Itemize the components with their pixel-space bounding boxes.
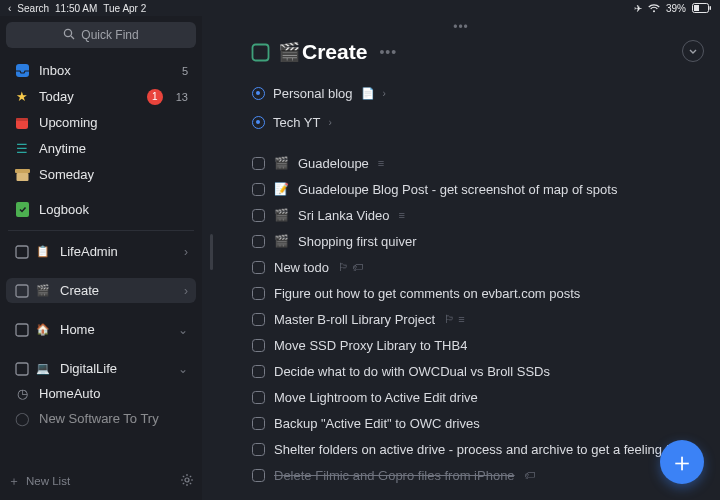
subheading-tech-yt[interactable]: Tech YT ›	[250, 115, 696, 130]
task-row[interactable]: New todo🏳 🏷	[250, 254, 696, 280]
sidebar-area-digitallife[interactable]: 💻 DigitalLife ⌄	[6, 356, 196, 381]
battery-percent: 39%	[666, 3, 686, 14]
today-badge: 1	[147, 89, 163, 105]
scroll-indicator[interactable]	[210, 234, 213, 270]
sidebar-item-today[interactable]: ★ Today 1 13	[6, 84, 196, 109]
task-label: Delete Filmic and Gopro files from iPhon…	[274, 468, 515, 483]
svg-rect-7	[16, 118, 28, 121]
task-row[interactable]: Decide what to do with OWCDual vs Broll …	[250, 358, 696, 384]
sidebar-item-inbox[interactable]: Inbox 5	[6, 58, 196, 83]
subheading-personal-blog[interactable]: Personal blog 📄 ›	[250, 86, 696, 101]
status-bar: ‹ Search 11:50 AM Tue Apr 2 ✈︎ 39%	[0, 0, 720, 16]
box-icon	[250, 42, 270, 62]
task-meta: ≡	[378, 157, 384, 169]
checkbox[interactable]	[252, 417, 265, 430]
sidebar-area-lifeadmin[interactable]: 📋 LifeAdmin ›	[6, 239, 196, 264]
main-panel: ••• 🎬Create ••• Personal blog 📄 › Tech Y…	[202, 16, 720, 500]
checkbox[interactable]	[252, 469, 265, 482]
box-icon	[14, 283, 30, 299]
sidebar-item-anytime[interactable]: ☰ Anytime	[6, 136, 196, 161]
task-label: Backup "Active Edit" to OWC drives	[274, 416, 480, 431]
svg-rect-8	[15, 169, 30, 173]
checkbox[interactable]	[252, 443, 265, 456]
chevron-down-icon: ⌄	[178, 323, 188, 337]
wifi-icon	[648, 4, 660, 13]
star-icon: ★	[14, 89, 30, 105]
task-label: Move Lightroom to Active Edit drive	[274, 390, 478, 405]
chevron-right-icon: ›	[328, 117, 331, 128]
sidebar-item-logbook[interactable]: Logbook	[6, 197, 196, 222]
task-row[interactable]: Figure out how to get comments on evbart…	[250, 280, 696, 306]
task-row[interactable]: Backup "Active Edit" to OWC drives	[250, 410, 696, 436]
task-label: Figure out how to get comments on evbart…	[274, 286, 580, 301]
archive-icon	[14, 167, 30, 183]
sidebar-emoji: 📋	[35, 244, 51, 260]
sidebar: Quick Find Inbox 5 ★ Today 1 13 Upcoming…	[0, 16, 202, 500]
task-row[interactable]: Shelter folders on active drive - proces…	[250, 436, 696, 462]
expand-button[interactable]	[682, 40, 704, 62]
svg-rect-10	[16, 202, 29, 217]
sidebar-emoji: 🏠	[35, 322, 51, 338]
gear-icon[interactable]	[180, 473, 194, 489]
task-label: Guadeloupe Blog Post - get screenshot of…	[298, 182, 617, 197]
status-time: 11:50 AM	[55, 3, 97, 14]
task-row[interactable]: 🎬Guadeloupe≡	[250, 150, 696, 176]
task-label: Guadeloupe	[298, 156, 369, 171]
task-icon: 🎬	[274, 156, 289, 170]
search-icon	[63, 28, 75, 43]
svg-rect-16	[252, 44, 268, 60]
task-meta: 🏳 ≡	[444, 313, 464, 325]
checkbox[interactable]	[252, 209, 265, 222]
checkbox[interactable]	[252, 235, 265, 248]
task-icon: 🎬	[274, 208, 289, 222]
add-task-button[interactable]: ＋	[660, 440, 704, 484]
checkbox[interactable]	[252, 287, 265, 300]
task-label: Shelter folders on active drive - proces…	[274, 442, 696, 457]
window-drag-icon[interactable]: •••	[453, 20, 469, 34]
chevron-right-icon: ›	[184, 245, 188, 259]
quick-find-button[interactable]: Quick Find	[6, 22, 196, 48]
svg-rect-11	[16, 246, 28, 258]
task-row[interactable]: 🎬Sri Lanka Video≡	[250, 202, 696, 228]
plus-icon: ＋	[8, 474, 20, 489]
more-button[interactable]: •••	[379, 44, 397, 60]
checkbox[interactable]	[252, 339, 265, 352]
sidebar-area-create[interactable]: 🎬 Create ›	[6, 278, 196, 303]
task-label: Sri Lanka Video	[298, 208, 390, 223]
back-label[interactable]: Search	[17, 3, 49, 14]
task-row[interactable]: Delete Filmic and Gopro files from iPhon…	[250, 462, 696, 488]
task-row[interactable]: 🎬Shopping first quiver	[250, 228, 696, 254]
svg-rect-12	[16, 285, 28, 297]
checkbox[interactable]	[252, 157, 265, 170]
calendar-icon	[14, 115, 30, 131]
task-icon: 📝	[274, 182, 289, 196]
sidebar-area-home[interactable]: 🏠 Home ⌄	[6, 317, 196, 342]
battery-icon	[692, 3, 712, 13]
checkbox[interactable]	[252, 183, 265, 196]
task-row[interactable]: Move Lightroom to Active Edit drive	[250, 384, 696, 410]
new-list-button[interactable]: ＋ New List	[8, 470, 194, 492]
sidebar-emoji: 💻	[35, 361, 51, 377]
sidebar-project-newsoftware[interactable]: ◯ New Software To Try	[6, 406, 196, 431]
svg-rect-1	[694, 5, 699, 11]
task-icon: 🎬	[274, 234, 289, 248]
task-row[interactable]: Master B-roll Library Project🏳 ≡	[250, 306, 696, 332]
sidebar-project-homeauto[interactable]: ◷ HomeAuto	[6, 381, 196, 406]
back-chevron-icon[interactable]: ‹	[8, 3, 11, 14]
task-row[interactable]: Move SSD Proxy Library to THB4	[250, 332, 696, 358]
svg-rect-14	[16, 363, 28, 375]
chevron-right-icon: ›	[184, 284, 188, 298]
task-row[interactable]: 📝Guadeloupe Blog Post - get screenshot o…	[250, 176, 696, 202]
checkbox[interactable]	[252, 365, 265, 378]
sidebar-item-someday[interactable]: Someday	[6, 162, 196, 187]
task-meta: ≡	[399, 209, 405, 221]
checkbox[interactable]	[252, 261, 265, 274]
sidebar-item-upcoming[interactable]: Upcoming	[6, 110, 196, 135]
svg-rect-9	[16, 173, 28, 181]
circle-icon: ◯	[14, 411, 30, 427]
checkbox[interactable]	[252, 391, 265, 404]
task-meta: 🏳 🏷	[338, 261, 363, 273]
chevron-right-icon: ›	[383, 88, 386, 99]
checkbox[interactable]	[252, 313, 265, 326]
quick-find-label: Quick Find	[81, 28, 138, 42]
